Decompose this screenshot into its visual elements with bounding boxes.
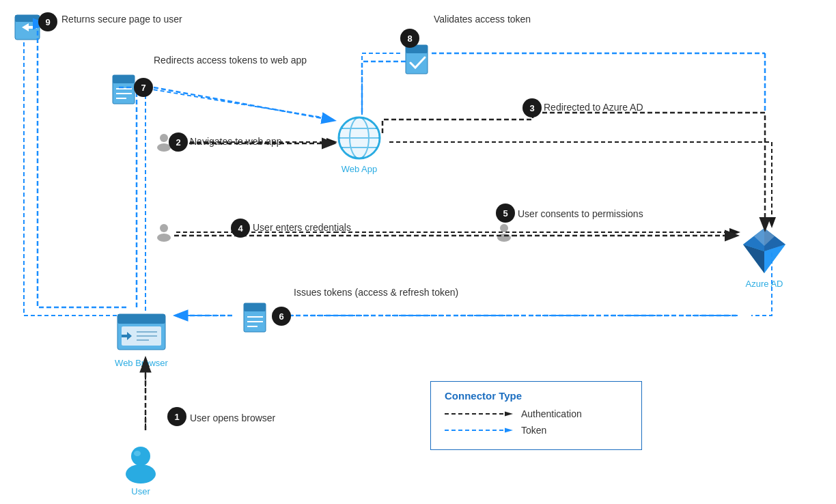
browser-icon-container: Web Browser	[115, 309, 168, 368]
doc8-icon	[404, 44, 432, 75]
svg-rect-23	[117, 314, 165, 324]
browser-label: Web Browser	[115, 358, 168, 368]
svg-point-21	[134, 451, 141, 456]
return-arrow-icon	[14, 14, 41, 41]
svg-marker-64	[505, 412, 513, 417]
step-badge-2: 2	[169, 132, 188, 152]
step-badge-9: 9	[38, 12, 57, 31]
svg-rect-49	[244, 303, 266, 311]
user-icon-container: User	[122, 443, 160, 496]
svg-point-61	[500, 224, 508, 232]
step-label-4: User enters credentials	[253, 222, 351, 233]
svg-point-19	[126, 464, 156, 484]
azuread-icon-container: Azure AD	[739, 225, 790, 289]
step-label-9: Returns secure page to user	[61, 14, 182, 25]
svg-line-8	[140, 87, 335, 120]
step-label-3: Redirected to Azure AD	[544, 102, 643, 113]
svg-marker-66	[505, 428, 513, 433]
browser-icon	[115, 309, 168, 355]
svg-line-16	[154, 87, 333, 120]
user-silhouette-5	[496, 223, 512, 242]
svg-point-34	[340, 119, 378, 157]
webapp-label: Web App	[342, 164, 378, 174]
azuread-label: Azure AD	[746, 279, 783, 289]
legend-box: Connector Type Authentication Token	[430, 381, 642, 450]
diagram-container: User Web Browser	[0, 0, 836, 504]
step-badge-8: 8	[400, 29, 419, 48]
step9-icon-container	[14, 14, 41, 44]
legend-auth-label: Authentication	[521, 408, 582, 419]
svg-point-60	[157, 234, 171, 242]
svg-point-59	[160, 224, 168, 232]
step-badge-5: 5	[496, 204, 515, 223]
step-label-1: User opens browser	[190, 412, 275, 423]
person4-icon	[156, 223, 172, 244]
svg-point-57	[160, 134, 168, 142]
step-label-7: Redirects access tokens to web app	[154, 55, 307, 66]
step-label-8: Validates access token	[434, 14, 531, 25]
step-badge-4: 4	[231, 219, 250, 238]
svg-rect-42	[113, 75, 135, 83]
step-badge-7: 7	[134, 78, 153, 97]
svg-point-62	[497, 234, 511, 242]
step-badge-1: 1	[167, 407, 186, 426]
webapp-icon-container: Web App	[335, 115, 384, 174]
token-line-icon	[445, 425, 513, 435]
legend-item-token: Token	[445, 425, 628, 436]
person5-icon	[496, 223, 512, 244]
doc6-container	[242, 302, 270, 336]
step-label-6: Issues tokens (access & refresh token)	[294, 287, 458, 298]
doc6-icon	[242, 302, 270, 333]
doc8-container	[404, 44, 432, 78]
user-label: User	[131, 486, 150, 496]
webapp-icon	[335, 115, 384, 161]
svg-point-20	[131, 447, 150, 466]
step-label-2: Navigates to web app	[190, 136, 282, 147]
step-badge-6: 6	[272, 307, 291, 326]
step-label-5: User consents to permissions	[518, 208, 643, 219]
user-icon	[122, 443, 160, 484]
svg-rect-54	[15, 15, 40, 22]
legend-title: Connector Type	[445, 390, 628, 402]
step-badge-3: 3	[522, 98, 542, 117]
svg-rect-56	[29, 26, 37, 29]
legend-item-auth: Authentication	[445, 408, 628, 419]
user-silhouette-4	[156, 223, 172, 242]
azuread-icon	[739, 225, 790, 276]
auth-line-icon	[445, 409, 513, 419]
legend-token-label: Token	[521, 425, 546, 436]
